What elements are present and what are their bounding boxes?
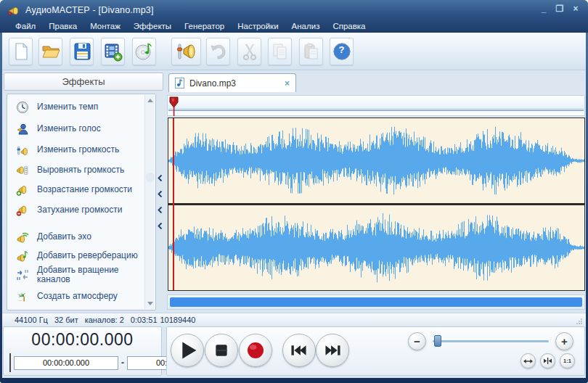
playhead-marker-icon[interactable]	[169, 96, 179, 116]
effect-item-tempo[interactable]: Изменить темп	[16, 101, 145, 114]
one-to-one-glyph: 1:1	[563, 358, 571, 364]
play-button[interactable]	[171, 334, 204, 367]
cd-music-icon	[134, 42, 154, 62]
selection-start-input[interactable]	[14, 356, 118, 370]
skip-to-end-button[interactable]	[316, 334, 349, 367]
record-volume-button[interactable]	[171, 38, 201, 65]
open-file-button[interactable]	[38, 38, 62, 65]
horizontal-scroll-thumb[interactable]	[170, 297, 582, 307]
collapse-chevron-icon[interactable]	[157, 206, 163, 214]
resize-grip-icon[interactable]	[576, 318, 582, 324]
volume-mixer-icon	[176, 41, 197, 62]
zoom-one-to-one-button[interactable]: 1:1	[560, 353, 575, 368]
menu-analysis[interactable]: Анализ	[285, 21, 327, 31]
status-bar: 44100 Гц 32 бит каналов: 2 0:03:51 10189…	[2, 313, 586, 326]
undo-button[interactable]	[206, 38, 230, 65]
zoom-in-button[interactable]: +	[555, 332, 573, 350]
effect-item-echo[interactable]: Добавить эхо	[16, 231, 145, 244]
paste-button[interactable]	[299, 38, 323, 65]
effect-label: Добавить реверберацию	[37, 251, 138, 260]
titlebar[interactable]: АудиоМАСТЕР - [Divano.mp3] _ ❐ ×	[0, 0, 588, 20]
new-file-button[interactable]	[9, 38, 33, 65]
waveform-channel-right[interactable]	[168, 205, 584, 290]
minimize-button[interactable]: _	[539, 4, 549, 15]
scroll-down-arrow-icon[interactable]	[147, 302, 153, 305]
help-button[interactable]: ?	[330, 38, 354, 65]
effect-label: Создать атмосферу	[37, 292, 118, 301]
window-chrome: АудиоМАСТЕР - [Divano.mp3] _ ❐ × Файл Пр…	[0, 0, 588, 33]
horizontal-scrollbar[interactable]	[167, 295, 585, 310]
tab-close-icon[interactable]: ×	[285, 78, 290, 88]
effect-item-volume[interactable]: Изменить громкость	[16, 144, 145, 157]
menu-edit[interactable]: Правка	[42, 21, 83, 31]
effects-panel-header[interactable]: Эффекты	[4, 73, 163, 91]
collapse-chevron-icon[interactable]	[157, 222, 163, 230]
scissors-icon	[240, 42, 259, 61]
effect-item-voice[interactable]: Изменить голос	[16, 123, 145, 136]
waveform-channel-left[interactable]	[168, 118, 584, 203]
selection-bracket-left	[9, 353, 11, 372]
fit-width-button[interactable]	[520, 353, 536, 368]
menu-help[interactable]: Справка	[326, 21, 372, 31]
zoom-slider-track[interactable]	[433, 340, 549, 342]
effect-item-fade-out[interactable]: Затухание громкости	[16, 204, 145, 217]
grab-audio-cd-button[interactable]	[132, 38, 156, 65]
help-icon	[332, 42, 351, 61]
effect-label: Изменить голос	[37, 124, 101, 133]
collapse-chevron-icon[interactable]	[157, 190, 163, 198]
effect-item-reverb[interactable]: Добавить реверберацию	[16, 250, 145, 263]
document-tab[interactable]: Divano.mp3 ×	[168, 73, 296, 92]
fit-selection-button[interactable]	[540, 353, 555, 368]
extract-audio-from-video-button[interactable]	[101, 38, 125, 65]
effect-item-atmosphere[interactable]: Создать атмосферу	[16, 290, 145, 303]
play-icon	[171, 334, 203, 367]
effect-item-channel-rotation[interactable]: Добавить вращение каналов	[16, 265, 125, 285]
skip-to-start-button[interactable]	[282, 334, 316, 367]
save-file-button[interactable]	[70, 38, 94, 65]
zoom-slider-thumb[interactable]	[434, 335, 441, 347]
stop-icon	[205, 334, 237, 367]
effect-label: Добавить эхо	[37, 232, 91, 242]
save-floppy-icon	[73, 42, 91, 61]
zoom-out-button[interactable]: −	[408, 332, 426, 350]
sidebar-splitter[interactable]	[157, 174, 166, 239]
effect-label: Добавить вращение каналов	[37, 265, 125, 285]
copy-button[interactable]	[268, 38, 292, 65]
menu-generator[interactable]: Генератор	[178, 21, 231, 31]
status-sample-rate: 44100 Гц	[15, 316, 48, 324]
new-file-icon	[12, 42, 30, 61]
zoom-out-glyph: −	[414, 335, 420, 347]
cut-button[interactable]	[237, 38, 261, 65]
time-panel: 00:00:00.000 -	[3, 326, 162, 376]
status-bit-depth: 32 бит	[54, 316, 78, 324]
app-window: АудиоМАСТЕР - [Divano.mp3] _ ❐ × Файл Пр…	[0, 0, 588, 383]
status-samples: 10189440	[160, 316, 196, 324]
tempo-clock-icon	[16, 101, 29, 114]
record-icon	[240, 334, 271, 367]
copy-icon	[271, 42, 290, 61]
echo-icon	[16, 231, 29, 244]
skip-to-end-icon	[317, 334, 348, 367]
effect-label: Изменить громкость	[37, 145, 119, 155]
volume-fade-out-icon	[16, 204, 29, 217]
collapse-chevron-icon[interactable]	[157, 174, 163, 182]
open-folder-icon	[41, 42, 60, 61]
timeline-ruler[interactable]	[167, 95, 585, 116]
effect-item-normalize[interactable]: Выровнять громкость	[16, 164, 145, 177]
effects-scrollbar[interactable]	[144, 95, 155, 309]
status-duration: 0:03:51	[131, 316, 158, 324]
menu-settings[interactable]: Настройки	[231, 21, 285, 31]
scroll-up-arrow-icon[interactable]	[147, 99, 153, 102]
effect-item-fade-in[interactable]: Возрастание громкости	[16, 184, 145, 197]
maximize-button[interactable]: ❐	[555, 4, 565, 15]
stop-button[interactable]	[205, 334, 238, 367]
menu-montage[interactable]: Монтаж	[83, 21, 127, 31]
effect-label: Изменить темп	[37, 102, 98, 112]
playhead-line[interactable]	[173, 118, 174, 290]
record-button[interactable]	[239, 334, 272, 367]
status-channels: каналов: 2	[85, 316, 124, 324]
menu-effects[interactable]: Эффекты	[127, 21, 178, 31]
scroll-thumb[interactable]	[147, 173, 154, 181]
menu-file[interactable]: Файл	[9, 21, 42, 31]
close-button[interactable]: ×	[571, 4, 581, 15]
